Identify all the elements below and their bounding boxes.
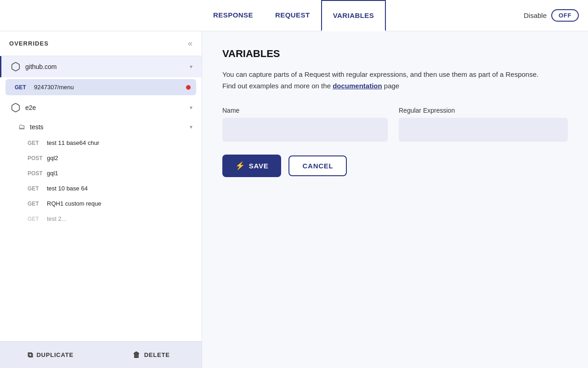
cancel-label: CANCEL: [302, 162, 333, 170]
regex-input[interactable]: [399, 118, 568, 142]
selected-request-item[interactable]: GET 9247307/menu: [6, 79, 196, 95]
e2e-group-name: e2e: [25, 104, 190, 111]
list-item[interactable]: GET test 2...: [0, 211, 202, 226]
name-label: Name: [222, 107, 388, 114]
chevron-down-icon: ▾: [190, 63, 192, 70]
chevron-down-icon-tests: ▾: [190, 124, 192, 130]
sidebar-header: OVERRIDES «: [0, 31, 202, 56]
req-name: gql1: [47, 170, 192, 177]
tab-request[interactable]: REQUEST: [264, 0, 321, 31]
cube-icon: [11, 62, 21, 72]
chevron-down-icon-e2e: ▾: [190, 104, 192, 111]
request-method-get: GET: [15, 84, 34, 91]
cube-icon-e2e: [11, 103, 21, 113]
duplicate-label: DUPLICATE: [36, 351, 73, 358]
duplicate-icon: ⧉: [28, 351, 33, 359]
method-post: POST: [28, 155, 47, 161]
list-item[interactable]: GET RQH1 custom reque: [0, 196, 202, 211]
sidebar-item-e2e[interactable]: e2e ▾: [0, 97, 202, 118]
req-name: test 11 base64 chur: [47, 139, 192, 146]
main-layout: OVERRIDES « github.com ▾ GET 9247307/men…: [0, 31, 588, 368]
save-label: SAVE: [249, 162, 269, 170]
sidebar-item-github[interactable]: github.com ▾: [0, 56, 202, 77]
list-item[interactable]: GET test 10 base 64: [0, 181, 202, 196]
button-row: ⚡ SAVE CANCEL: [222, 155, 568, 177]
list-item[interactable]: GET test 11 base64 chur: [0, 135, 202, 150]
req-name: RQH1 custom reque: [47, 200, 192, 207]
form-row: Name Regular Expression: [222, 107, 568, 142]
save-button[interactable]: ⚡ SAVE: [222, 155, 281, 177]
duplicate-button[interactable]: ⧉ DUPLICATE: [0, 342, 101, 368]
tab-response[interactable]: RESPONSE: [202, 0, 264, 31]
method-post: POST: [28, 170, 47, 177]
name-form-group: Name: [222, 107, 388, 142]
method-get: GET: [28, 185, 47, 192]
sidebar-title: OVERRIDES: [9, 40, 49, 47]
tab-variables[interactable]: VARIABLES: [321, 0, 386, 31]
list-item[interactable]: POST gql2: [0, 150, 202, 166]
name-input[interactable]: [222, 118, 388, 142]
delete-button[interactable]: 🗑 DELETE: [101, 342, 202, 368]
sidebar: OVERRIDES « github.com ▾ GET 9247307/men…: [0, 31, 202, 368]
disable-toggle[interactable]: OFF: [551, 9, 579, 22]
folder-icon: 🗂: [18, 123, 25, 131]
method-get: GET: [28, 140, 47, 146]
req-name: test 10 base 64: [47, 185, 192, 192]
trash-icon: 🗑: [133, 351, 141, 359]
top-nav: RESPONSE REQUEST VARIABLES Disable OFF: [0, 0, 588, 31]
req-name: test 2...: [47, 215, 192, 222]
page-title: VARIABLES: [222, 48, 568, 60]
list-item[interactable]: POST gql1: [0, 166, 202, 181]
request-name-selected: 9247307/menu: [34, 84, 187, 91]
regex-label: Regular Expression: [399, 107, 568, 114]
github-group-name: github.com: [25, 63, 190, 70]
sidebar-content: github.com ▾ GET 9247307/menu e2e ▾ 🗂 t: [0, 56, 202, 341]
doc-link[interactable]: documentation: [333, 82, 382, 90]
desc-text-2: page: [382, 82, 400, 90]
active-dot: [186, 85, 191, 90]
method-get: GET: [28, 216, 47, 222]
delete-label: DELETE: [144, 351, 170, 358]
method-get: GET: [28, 201, 47, 207]
lightning-icon: ⚡: [235, 161, 245, 171]
collapse-icon[interactable]: «: [188, 39, 192, 48]
cancel-button[interactable]: CANCEL: [288, 155, 347, 176]
disable-label: Disable: [524, 12, 547, 19]
content-description: You can capture parts of a Request with …: [222, 69, 553, 92]
folder-tests[interactable]: 🗂 tests ▾: [0, 118, 202, 135]
folder-name-tests: tests: [30, 123, 190, 131]
content-area: VARIABLES You can capture parts of a Req…: [202, 31, 588, 368]
regex-form-group: Regular Expression: [399, 107, 568, 142]
sidebar-bottom: ⧉ DUPLICATE 🗑 DELETE: [0, 341, 202, 368]
req-name: gql2: [47, 155, 192, 161]
